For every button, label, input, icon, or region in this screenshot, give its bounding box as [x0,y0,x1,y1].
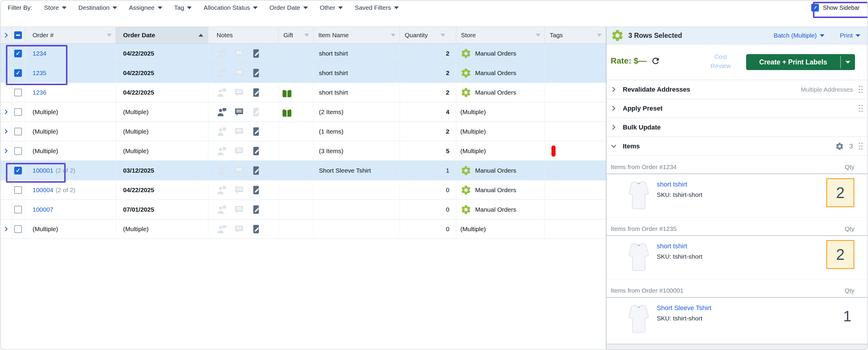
order-note-icon[interactable] [234,68,244,78]
order-number-cell[interactable]: 1236 [26,83,116,102]
row-select[interactable] [12,141,26,161]
column-header-gift[interactable]: Gift [279,27,314,43]
order-number-cell[interactable]: (Multiple) [26,122,116,141]
row-select[interactable] [12,161,26,180]
sidebar-section-items[interactable]: Items3 [607,137,868,156]
chevron-right-icon[interactable] [611,105,617,111]
order-note-icon[interactable] [234,165,244,176]
buyer-note-icon[interactable] [217,48,227,59]
column-header-tags[interactable]: Tags [545,27,606,43]
table-row[interactable]: 100004(2 of 2)04/22/20250Manual Orders [1,180,606,200]
filter-caret-icon[interactable] [440,34,445,37]
order-note-icon[interactable] [234,185,244,196]
internal-note-icon[interactable] [251,126,261,137]
order-number-cell[interactable]: 100001(2 of 2) [26,161,116,180]
item-name-link[interactable]: Short Sleeve Tshirt [657,304,711,312]
print-dropdown[interactable]: Print [840,32,860,39]
order-note-icon[interactable] [234,87,244,98]
filter-dropdown-allocation-status[interactable]: Allocation Status [204,4,257,11]
drag-handle-icon[interactable] [858,85,863,94]
order-number-link[interactable]: 100001 [33,167,53,174]
show-sidebar-checkbox[interactable] [811,4,819,11]
buyer-note-icon[interactable] [217,165,227,176]
table-row[interactable]: 123404/22/2025short tshirt2Manual Orders [1,44,606,63]
buyer-note-icon[interactable] [217,107,227,117]
sidebar-section-revalidate-addresses[interactable]: Revalidate AddressesMultiple Addresses [607,80,868,99]
chevron-right-icon[interactable] [611,124,617,130]
filter-dropdown-destination[interactable]: Destination [79,4,117,11]
table-row[interactable]: (Multiple)(Multiple)0(Multiple) [1,219,606,239]
sidebar-section-apply-preset[interactable]: Apply Preset [607,99,868,118]
row-checkbox[interactable] [14,147,22,155]
order-note-icon[interactable] [234,146,244,156]
row-select[interactable] [12,44,26,63]
order-note-icon[interactable] [234,107,244,117]
buyer-note-icon[interactable] [217,146,227,156]
create-labels-dropdown-arrow[interactable] [841,54,855,70]
table-row[interactable]: (Multiple)(Multiple)(2 Items)4(Multiple) [1,102,606,122]
row-select[interactable] [12,63,26,82]
column-header-quantity[interactable]: Quantity [400,27,456,43]
row-select[interactable] [12,102,26,121]
order-note-icon[interactable] [234,224,244,235]
row-expander[interactable] [1,219,12,239]
batch-dropdown[interactable]: Batch (Multiple) [774,32,825,39]
chevron-right-icon[interactable] [611,86,617,93]
row-checkbox[interactable] [14,108,22,116]
drag-handle-icon[interactable] [858,104,863,112]
internal-note-icon[interactable] [251,204,261,215]
row-expander[interactable] [1,102,12,121]
gear-icon[interactable] [835,142,844,151]
table-row[interactable]: 123504/22/2025short tshirt2Manual Orders [1,63,606,83]
order-number-link[interactable]: 1234 [33,50,46,57]
filter-caret-icon[interactable] [107,34,112,37]
order-number-cell[interactable]: 1235 [26,63,116,82]
buyer-note-icon[interactable] [217,204,227,215]
internal-note-icon[interactable] [251,68,261,78]
row-select[interactable] [12,180,26,200]
filter-dropdown-assignee[interactable]: Assignee [129,4,162,11]
column-header-order-date[interactable]: Order Date [116,27,208,43]
row-expander[interactable] [1,122,12,141]
order-number-cell[interactable]: 100004(2 of 2) [26,180,116,200]
table-row[interactable]: (Multiple)(Multiple)(3 Items)5(Multiple) [1,141,606,161]
column-header-item-name[interactable]: Item Name [314,27,400,43]
expand-all-header[interactable] [1,27,12,43]
order-number-link[interactable]: 100004 [33,186,53,194]
row-select[interactable] [12,219,26,239]
buyer-note-icon[interactable] [217,185,227,196]
internal-note-icon[interactable] [251,48,261,59]
chevron-right-icon[interactable] [3,129,9,134]
row-checkbox[interactable] [14,167,22,174]
item-qty-input[interactable]: 2 [826,240,855,269]
chevron-right-icon[interactable] [3,226,9,232]
order-number-link[interactable]: 100007 [33,206,53,213]
column-header-order[interactable]: Order # [26,27,116,43]
item-name-link[interactable]: short tshirt [657,181,687,188]
column-header-notes[interactable]: Notes [208,27,279,43]
row-checkbox[interactable] [14,186,22,194]
buyer-note-icon[interactable] [217,126,227,137]
chevron-right-icon[interactable] [3,109,9,115]
filter-caret-icon[interactable] [597,34,602,37]
order-number-cell[interactable]: (Multiple) [26,219,116,239]
filter-caret-icon[interactable] [304,34,309,37]
filter-caret-icon[interactable] [391,34,396,37]
item-qty-input[interactable]: 2 [826,178,855,207]
buyer-note-icon[interactable] [217,68,227,78]
row-checkbox[interactable] [14,225,22,233]
column-header-store[interactable]: Store [456,27,545,43]
internal-note-icon[interactable] [251,185,261,196]
chevron-down-icon[interactable] [611,143,617,149]
select-all-header[interactable] [12,27,26,43]
row-checkbox[interactable] [14,128,22,135]
order-number-cell[interactable]: (Multiple) [26,102,116,121]
buyer-note-icon[interactable] [217,224,227,235]
internal-note-icon[interactable] [251,107,261,117]
row-expander[interactable] [1,141,12,161]
row-checkbox[interactable] [14,206,22,213]
buyer-note-icon[interactable] [217,87,227,98]
internal-note-icon[interactable] [251,165,261,176]
select-all-checkbox[interactable] [14,31,22,39]
order-number-cell[interactable]: 100007 [26,200,116,219]
